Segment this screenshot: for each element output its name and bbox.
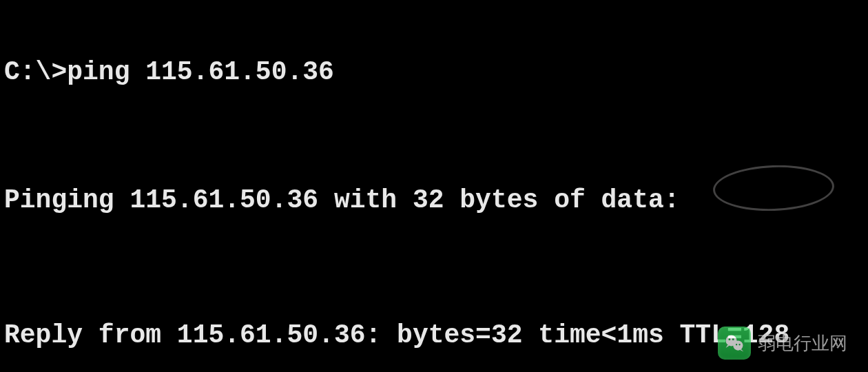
command-text: ping 115.61.50.36 <box>67 57 334 87</box>
prompt: C:\> <box>4 57 67 87</box>
prompt-line: C:\>ping 115.61.50.36 <box>4 59 789 85</box>
status-line: Pinging 115.61.50.36 with 32 bytes of da… <box>4 187 789 214</box>
terminal-output: C:\>ping 115.61.50.36 Pinging 115.61.50.… <box>4 7 789 372</box>
reply-line: Reply from 115.61.50.36: bytes=32 time<1… <box>4 322 789 349</box>
